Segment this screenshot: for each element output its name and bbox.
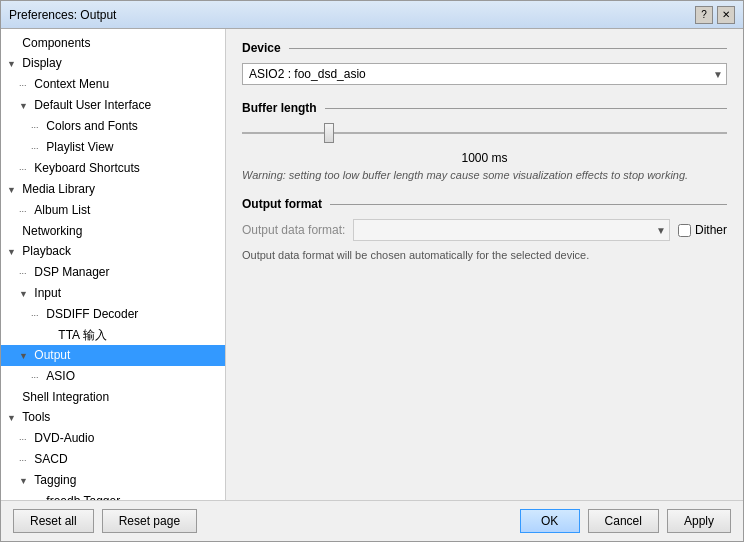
expander-icon: ▼ — [19, 473, 31, 489]
expander-icon: ▼ — [7, 244, 19, 260]
expander-icon: ··· — [19, 161, 31, 177]
right-panel: Device ASIO2 : foo_dsd_asio ▼ Buffer len… — [226, 29, 743, 500]
sidebar-item-sacd[interactable]: ··· SACD — [1, 449, 225, 470]
auto-format-text: Output data format will be chosen automa… — [242, 249, 727, 261]
sidebar-item-components[interactable]: Components — [1, 33, 225, 53]
buffer-section-title: Buffer length — [242, 101, 727, 115]
sidebar-item-context-menu[interactable]: ··· Context Menu — [1, 74, 225, 95]
device-dropdown-wrapper: ASIO2 : foo_dsd_asio ▼ — [242, 63, 727, 85]
sidebar-item-display[interactable]: ▼ Display — [1, 53, 225, 74]
footer: Reset all Reset page OK Cancel Apply — [1, 500, 743, 541]
sidebar-item-dvd-audio[interactable]: ··· DVD-Audio — [1, 428, 225, 449]
sidebar-item-dsdiff-decoder[interactable]: ··· DSDIFF Decoder — [1, 304, 225, 325]
sidebar-item-freedb-tagger[interactable]: ··· freedb Tagger — [1, 491, 225, 500]
footer-left: Reset all Reset page — [13, 509, 197, 533]
footer-right: OK Cancel Apply — [520, 509, 731, 533]
device-dropdown[interactable]: ASIO2 : foo_dsd_asio — [242, 63, 727, 85]
device-section: Device ASIO2 : foo_dsd_asio ▼ — [242, 41, 727, 85]
sidebar-item-input[interactable]: ▼ Input — [1, 283, 225, 304]
sidebar-item-asio[interactable]: ··· ASIO — [1, 366, 225, 387]
expander-icon: ··· — [19, 203, 31, 219]
buffer-value: 1000 ms — [242, 151, 727, 165]
reset-all-button[interactable]: Reset all — [13, 509, 94, 533]
help-button[interactable]: ? — [695, 6, 713, 24]
expander-icon: ··· — [31, 369, 43, 385]
output-format-title: Output format — [242, 197, 727, 211]
expander-icon: ▼ — [7, 410, 19, 426]
sidebar-item-tta-input[interactable]: TTA 输入 — [1, 325, 225, 345]
expander-icon: ▼ — [7, 182, 19, 198]
expander-icon: ▼ — [7, 56, 19, 72]
expander-icon: ··· — [19, 77, 31, 93]
expander-icon: ▼ — [19, 286, 31, 302]
expander-icon: ··· — [31, 140, 43, 156]
cancel-button[interactable]: Cancel — [588, 509, 659, 533]
slider-thumb[interactable] — [324, 123, 334, 143]
output-format-dropdown-wrapper: ▼ — [353, 219, 670, 241]
expander-icon: ··· — [19, 265, 31, 281]
expander-icon: ··· — [19, 452, 31, 468]
title-bar-buttons: ? ✕ — [695, 6, 735, 24]
sidebar-item-playback[interactable]: ▼ Playback — [1, 241, 225, 262]
buffer-section: Buffer length 1000 ms Warning: setting t… — [242, 101, 727, 181]
output-format-row: Output data format: ▼ Dither — [242, 219, 727, 241]
sidebar-item-keyboard-shortcuts[interactable]: ··· Keyboard Shortcuts — [1, 158, 225, 179]
sidebar-item-tagging[interactable]: ▼ Tagging — [1, 470, 225, 491]
sidebar-item-networking[interactable]: Networking — [1, 221, 225, 241]
title-bar: Preferences: Output ? ✕ — [1, 1, 743, 29]
dither-wrapper: Dither — [678, 223, 727, 237]
buffer-warning: Warning: setting too low buffer length m… — [242, 169, 727, 181]
dither-label: Dither — [695, 223, 727, 237]
expander-icon: ··· — [31, 119, 43, 135]
preferences-window: Preferences: Output ? ✕ Components ▼ Dis… — [0, 0, 744, 542]
window-title: Preferences: Output — [9, 8, 116, 22]
sidebar: Components ▼ Display ··· Context Menu ▼ … — [1, 29, 226, 500]
output-format-section: Output format Output data format: ▼ Dith… — [242, 197, 727, 261]
sidebar-item-default-user-interface[interactable]: ▼ Default User Interface — [1, 95, 225, 116]
sidebar-item-output[interactable]: ▼ Output — [1, 345, 225, 366]
close-button[interactable]: ✕ — [717, 6, 735, 24]
apply-button[interactable]: Apply — [667, 509, 731, 533]
dither-checkbox[interactable] — [678, 224, 691, 237]
slider-line — [242, 132, 727, 134]
output-format-dropdown[interactable] — [353, 219, 670, 241]
expander-icon: ··· — [19, 431, 31, 447]
main-content: Components ▼ Display ··· Context Menu ▼ … — [1, 29, 743, 500]
reset-page-button[interactable]: Reset page — [102, 509, 197, 533]
sidebar-item-playlist-view[interactable]: ··· Playlist View — [1, 137, 225, 158]
expander-icon: ··· — [31, 307, 43, 323]
sidebar-item-colors-and-fonts[interactable]: ··· Colors and Fonts — [1, 116, 225, 137]
sidebar-item-dsp-manager[interactable]: ··· DSP Manager — [1, 262, 225, 283]
sidebar-item-shell-integration[interactable]: Shell Integration — [1, 387, 225, 407]
expander-icon: ▼ — [19, 348, 31, 364]
sidebar-item-media-library[interactable]: ▼ Media Library — [1, 179, 225, 200]
output-format-label: Output data format: — [242, 223, 345, 237]
sidebar-item-tools[interactable]: ▼ Tools — [1, 407, 225, 428]
expander-icon: ▼ — [19, 98, 31, 114]
ok-button[interactable]: OK — [520, 509, 580, 533]
buffer-slider-track — [242, 123, 727, 143]
sidebar-item-album-list[interactable]: ··· Album List — [1, 200, 225, 221]
device-section-title: Device — [242, 41, 727, 55]
